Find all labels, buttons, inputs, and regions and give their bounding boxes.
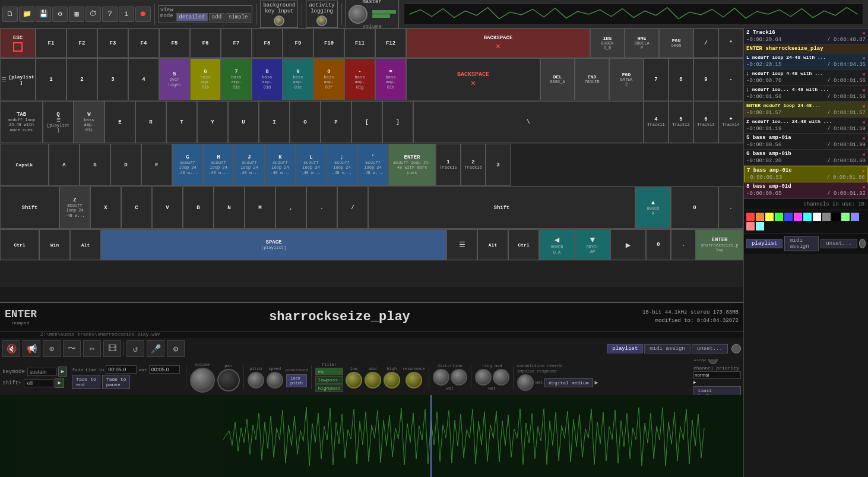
- key-e[interactable]: E: [104, 101, 135, 143]
- key-d[interactable]: D: [110, 144, 141, 186]
- swatch-light-green[interactable]: [841, 213, 850, 221]
- low-knob[interactable]: [346, 372, 362, 388]
- fade-out-input[interactable]: [149, 365, 180, 374]
- key-1[interactable]: 1: [36, 58, 66, 100]
- track-item-bass-01d[interactable]: 8 bass amp-01d ✕ -0:00:00.65 / 0:00:01.9…: [744, 182, 868, 198]
- wave-icon-btn[interactable]: 〜: [63, 340, 81, 357]
- key-q[interactable]: Q ☰ [playlist]: [43, 101, 74, 143]
- key-num-enter-0[interactable]: 0: [646, 229, 671, 260]
- shift-kill-input[interactable]: [24, 379, 53, 387]
- ring-dry-knob[interactable]: [493, 369, 509, 386]
- loop-knob[interactable]: [708, 359, 718, 364]
- swatch-gray[interactable]: [822, 213, 831, 221]
- key-l[interactable]: L mcduffloop 24-48 w...: [296, 144, 327, 186]
- volume-proc-knob[interactable]: [190, 368, 215, 393]
- key-f4[interactable]: F4: [128, 29, 159, 58]
- key-num-4[interactable]: 4Track11: [644, 101, 669, 143]
- key-u[interactable]: U: [228, 101, 259, 143]
- key-backspace[interactable]: BACKSPACE ✕: [406, 29, 590, 58]
- key-f12[interactable]: F12: [375, 29, 406, 58]
- track-close-bass-01b[interactable]: ✕: [862, 151, 866, 158]
- key-menu-icon-key[interactable]: ☰: [446, 229, 477, 260]
- key-period[interactable]: .: [306, 187, 337, 229]
- master-volume-knob[interactable]: [349, 5, 368, 24]
- gear-icon-btn[interactable]: ⚙: [167, 340, 185, 357]
- key-f8[interactable]: F8: [252, 29, 283, 58]
- key-g[interactable]: G mcduffloop 24-48 w...: [172, 144, 203, 186]
- track-item-mcduff-s1[interactable]: ; mcduff loop 4-48 with ... ✕ -0:00:00.7…: [744, 70, 868, 86]
- key-arrow-right[interactable]: ▶: [610, 229, 646, 260]
- key-808cow[interactable]: ▲ 808COW: [635, 187, 671, 229]
- key-w[interactable]: W bassamp-01i: [74, 101, 104, 143]
- fade-to-pause-button[interactable]: fade topause: [102, 375, 131, 389]
- swatch-light-blue[interactable]: [851, 213, 859, 221]
- key-rbracket[interactable]: ]: [382, 101, 413, 143]
- swatch-yellow[interactable]: [765, 213, 774, 221]
- key-h[interactable]: H mcduffloop 24-48 w...: [203, 144, 234, 186]
- track-close-mcduff-s2[interactable]: ✕: [862, 87, 866, 94]
- key-f6[interactable]: F6: [190, 29, 221, 58]
- track-item-mcduff-l[interactable]: L mcduff loop 24-48 with ... ✕ -0:02:20.…: [744, 53, 868, 70]
- key-num-3[interactable]: 3: [486, 144, 511, 186]
- bottom-midi-assign-button[interactable]: midi assign: [644, 344, 690, 353]
- key-ins[interactable]: INS 808CNG_B: [590, 29, 625, 58]
- key-pgdn[interactable]: PGD GATEK2: [609, 58, 644, 100]
- key-j[interactable]: J mcduffloop 24-48 w...: [234, 144, 265, 186]
- track-close-bass-01d[interactable]: ✕: [862, 184, 866, 191]
- key-num-minus[interactable]: -: [718, 58, 743, 100]
- lock-pitch-btn[interactable]: lockpitch: [286, 374, 307, 387]
- reverb-arrow[interactable]: ▶: [595, 379, 598, 386]
- key-num-5[interactable]: 5Track12: [669, 101, 693, 143]
- new-icon[interactable]: 🗋: [2, 7, 18, 22]
- key-f3[interactable]: F3: [97, 29, 128, 58]
- key-equals[interactable]: = bassamp-01h: [375, 58, 406, 100]
- key-f11[interactable]: F11: [344, 29, 375, 58]
- eq-filter-btn[interactable]: eq: [315, 368, 343, 375]
- mid-knob[interactable]: [365, 372, 381, 388]
- reverb-wet-knob[interactable]: [517, 374, 534, 391]
- key-ctrl[interactable]: Ctrl: [0, 229, 39, 260]
- key-num-plus[interactable]: +Track14: [718, 101, 743, 143]
- key-ralt[interactable]: Alt: [477, 229, 508, 260]
- key-8[interactable]: 8 bassamp-01d: [252, 58, 283, 100]
- key-backslash2[interactable]: BACKSPACE ✕: [406, 58, 540, 100]
- key-num-mul[interactable]: *: [718, 29, 743, 58]
- mic-icon-btn[interactable]: 🎤: [147, 340, 164, 357]
- film-icon-btn[interactable]: 🎞: [103, 340, 121, 357]
- shift-kill-button[interactable]: ▶: [55, 378, 64, 388]
- fade-in-input[interactable]: [106, 365, 137, 374]
- channel-priority-input[interactable]: [693, 371, 741, 379]
- activity-logging-knob[interactable]: [316, 15, 327, 26]
- key-9[interactable]: 9 bassamp-01e: [283, 58, 313, 100]
- key-numpad-enter[interactable]: ENTER sharrockseize_play: [696, 229, 743, 260]
- swatch-cyan[interactable]: [803, 213, 812, 221]
- key-t[interactable]: T: [166, 101, 197, 143]
- track-item-enter2[interactable]: ENTER mcduff loop 24-48... ✕ -0:00:01.57…: [744, 102, 868, 118]
- help-icon[interactable]: ?: [102, 7, 118, 22]
- highpass-filter-btn[interactable]: highpass: [315, 384, 343, 392]
- swatch-red[interactable]: [746, 213, 755, 221]
- track-close-mcduff-s1[interactable]: ✕: [862, 71, 866, 78]
- key-arrow-left[interactable]: ◀ 808CNG_A: [539, 229, 575, 260]
- key-num-6[interactable]: 6Track13: [693, 101, 718, 143]
- speaker-icon-btn[interactable]: 📢: [23, 340, 40, 357]
- resonance-knob[interactable]: [406, 372, 422, 388]
- key-m[interactable]: M: [245, 187, 275, 229]
- key-semicolon[interactable]: ; mcduffloop 24-48 w...: [327, 144, 357, 186]
- track-close-bass-01a[interactable]: ✕: [862, 135, 866, 142]
- channel-priority-arrow[interactable]: ▶: [693, 380, 741, 385]
- key-0[interactable]: 0 bassamp-01f: [313, 58, 344, 100]
- key-tab[interactable]: TAB mcduff loop24-48 withmore cues: [0, 101, 43, 143]
- key-lbracket[interactable]: [: [351, 101, 382, 143]
- playlist-knob[interactable]: [859, 239, 866, 248]
- key-o[interactable]: O: [290, 101, 321, 143]
- swatch-blue[interactable]: [784, 213, 793, 221]
- key-num-9[interactable]: 9: [693, 58, 718, 100]
- playlist-button[interactable]: playlist: [746, 239, 783, 248]
- key-p[interactable]: P: [321, 101, 351, 143]
- key-tilde[interactable]: ☰ [playlist]: [0, 58, 36, 100]
- key-y[interactable]: Y: [197, 101, 228, 143]
- key-quote[interactable]: ' mcduffloop 24-48 w...: [357, 144, 388, 186]
- bottom-playlist-knob[interactable]: [731, 344, 741, 353]
- distortion-wet-knob[interactable]: [433, 369, 449, 386]
